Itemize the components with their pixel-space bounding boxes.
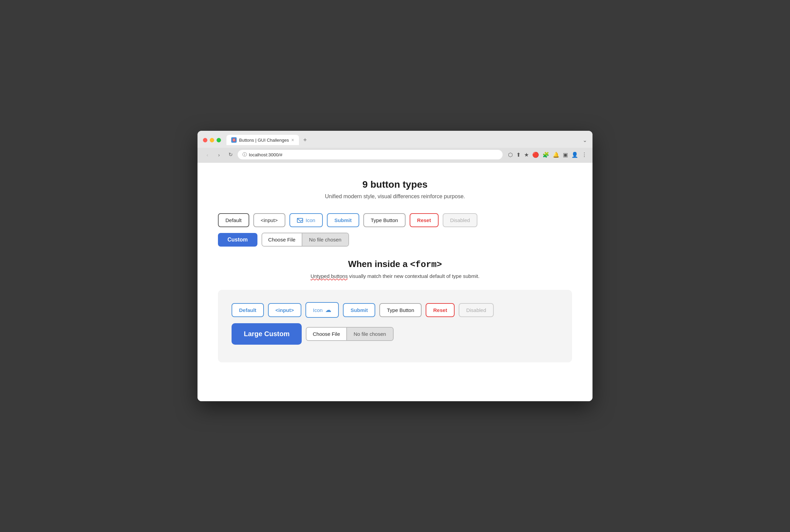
form-section: Default <input> Icon ☁ Submit Type Butto… bbox=[218, 290, 572, 362]
tab-bar: 🎯 Buttons | GUI Challenges × + bbox=[226, 135, 580, 145]
form-reset-button[interactable]: Reset bbox=[426, 303, 455, 317]
forward-button[interactable]: › bbox=[215, 150, 223, 159]
untyped-buttons-text: Untyped buttons bbox=[311, 273, 348, 279]
large-custom-button[interactable]: Large Custom bbox=[232, 323, 302, 345]
back-button[interactable]: ‹ bbox=[203, 150, 212, 159]
menu-icon[interactable]: ⋮ bbox=[582, 152, 587, 158]
share-icon[interactable]: ⬆ bbox=[516, 152, 521, 158]
back-icon: ‹ bbox=[207, 152, 208, 158]
browser-window: 🎯 Buttons | GUI Challenges × + ⌄ ‹ › ↻ ⓘ… bbox=[198, 131, 592, 401]
file-input-2: Choose File No file chosen bbox=[306, 327, 393, 341]
cloud-icon: ☁ bbox=[325, 306, 331, 314]
page-content: 9 button types Unified modern style, vis… bbox=[198, 163, 592, 401]
form-section-subtitle: Untyped buttons visually match their new… bbox=[218, 273, 572, 279]
icon-button[interactable]: Icon bbox=[289, 213, 323, 227]
traffic-light-green[interactable] bbox=[217, 138, 221, 142]
choose-file-button-2[interactable]: Choose File bbox=[306, 328, 347, 340]
browser-toolbar: ⬡ ⬆ ★ 🔴 🧩 🔔 ▣ 👤 ⋮ bbox=[508, 152, 587, 158]
address-input[interactable]: ⓘ localhost:3000/# bbox=[238, 150, 503, 159]
active-tab[interactable]: 🎯 Buttons | GUI Challenges × bbox=[226, 135, 299, 145]
reset-button[interactable]: Reset bbox=[410, 213, 439, 227]
form-disabled-button: Disabled bbox=[459, 303, 493, 317]
profile-icon[interactable]: 👤 bbox=[571, 152, 578, 158]
form-input-button[interactable]: <input> bbox=[268, 303, 301, 317]
input-button[interactable]: <input> bbox=[253, 213, 285, 227]
form-subtitle-rest: visually match their new contextual defa… bbox=[349, 273, 479, 279]
reload-icon: ↻ bbox=[228, 152, 233, 158]
form-button-row-2: Large Custom Choose File No file chosen bbox=[232, 323, 558, 345]
section-divider: When inside a <form> Untyped buttons vis… bbox=[218, 259, 572, 279]
type-button[interactable]: Type Button bbox=[363, 213, 406, 227]
new-tab-button[interactable]: + bbox=[300, 135, 310, 145]
sidebar-icon[interactable]: ▣ bbox=[563, 152, 568, 158]
page-subtitle: Unified modern style, visual differences… bbox=[218, 193, 572, 200]
lock-icon: ⓘ bbox=[242, 152, 247, 158]
form-section-title: When inside a <form> bbox=[218, 259, 572, 270]
tab-title: Buttons | GUI Challenges bbox=[239, 138, 289, 143]
no-file-chosen-label-2: No file chosen bbox=[347, 328, 393, 340]
form-submit-button[interactable]: Submit bbox=[343, 303, 375, 317]
forward-icon: › bbox=[218, 152, 220, 158]
tab-favicon: 🎯 bbox=[231, 137, 237, 143]
traffic-light-red[interactable] bbox=[203, 138, 207, 142]
form-button-row-1: Default <input> Icon ☁ Submit Type Butto… bbox=[232, 302, 558, 318]
traffic-lights bbox=[203, 138, 221, 142]
submit-button[interactable]: Submit bbox=[327, 213, 359, 227]
tab-close-button[interactable]: × bbox=[291, 137, 294, 143]
button-row-2: Custom Choose File No file chosen bbox=[218, 233, 572, 247]
mail-icon bbox=[297, 218, 303, 223]
button-row-1: Default <input> Icon Submit Type Button bbox=[218, 213, 572, 227]
title-bar: 🎯 Buttons | GUI Challenges × + ⌄ bbox=[198, 131, 592, 148]
no-file-chosen-label-1: No file chosen bbox=[302, 233, 348, 246]
url-text: localhost:3000/# bbox=[249, 152, 282, 157]
window-controls-chevron[interactable]: ⌄ bbox=[583, 137, 587, 143]
form-icon-button[interactable]: Icon ☁ bbox=[305, 302, 339, 318]
open-external-icon[interactable]: ⬡ bbox=[508, 152, 513, 158]
page-title: 9 button types bbox=[218, 179, 572, 190]
disabled-button: Disabled bbox=[443, 213, 477, 227]
default-button[interactable]: Default bbox=[218, 213, 249, 227]
form-type-button[interactable]: Type Button bbox=[379, 303, 422, 317]
bookmark-icon[interactable]: ★ bbox=[524, 152, 529, 158]
custom-button[interactable]: Custom bbox=[218, 233, 257, 247]
browser-chrome: 🎯 Buttons | GUI Challenges × + ⌄ ‹ › ↻ ⓘ… bbox=[198, 131, 592, 163]
bell-icon[interactable]: 🔔 bbox=[553, 152, 559, 158]
extension-icon[interactable]: 🔴 bbox=[532, 152, 539, 158]
file-input-1: Choose File No file chosen bbox=[262, 233, 349, 247]
traffic-light-yellow[interactable] bbox=[210, 138, 214, 142]
reload-button[interactable]: ↻ bbox=[226, 150, 235, 159]
choose-file-button-1[interactable]: Choose File bbox=[262, 233, 302, 246]
address-bar: ‹ › ↻ ⓘ localhost:3000/# ⬡ ⬆ ★ 🔴 🧩 🔔 ▣ 👤 bbox=[198, 148, 592, 163]
puzzle-icon[interactable]: 🧩 bbox=[542, 152, 549, 158]
form-default-button[interactable]: Default bbox=[232, 303, 264, 317]
